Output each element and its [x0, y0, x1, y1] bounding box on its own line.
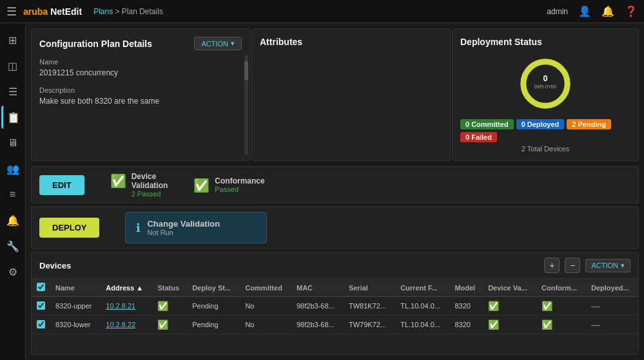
- conformance-label: Conformance: [215, 176, 264, 185]
- cell-serial: TW81K72...: [344, 297, 395, 316]
- deployment-panel-header: Deployment Status: [460, 37, 630, 47]
- cell-device-validation: ✅: [483, 297, 536, 316]
- cell-deploy-status: Pending: [187, 316, 240, 334]
- cell-address[interactable]: 10.2.8.22: [101, 316, 152, 334]
- sidebar-item-plans[interactable]: 📋: [1, 106, 24, 129]
- breadcrumb-plans[interactable]: Plans: [93, 7, 113, 16]
- col-status: Status: [152, 279, 187, 297]
- sidebar-item-settings[interactable]: ⚙: [1, 260, 24, 283]
- col-committed: Committed: [240, 279, 291, 297]
- breadcrumb-sep: >: [115, 7, 122, 16]
- config-plan-panel: Configuration Plan Details ACTION ▾ Name…: [31, 28, 250, 161]
- sidebar-item-topology[interactable]: ◫: [1, 54, 24, 77]
- help-icon[interactable]: ❓: [625, 5, 638, 17]
- description-label: Description: [39, 86, 242, 94]
- hamburger-icon[interactable]: ☰: [6, 5, 17, 19]
- main-layout: ⊞ ◫ ☰ 📋 🖥 👥 ≡ 🔔 🔧 ⚙ Configuration Plan D…: [0, 23, 644, 360]
- sidebar-item-logs[interactable]: ≡: [1, 183, 24, 206]
- devices-header: Devices + − ACTION ▾: [32, 252, 638, 279]
- name-value: 20191215 concurrency: [39, 68, 242, 77]
- status-check-icon: ✅: [157, 319, 168, 330]
- cell-committed: No: [240, 316, 291, 334]
- cell-mac: 98f2b3-68...: [291, 297, 344, 316]
- bell-icon[interactable]: 🔔: [601, 5, 614, 17]
- total-devices: 2 Total Devices: [460, 145, 630, 153]
- cell-address[interactable]: 10.2.8.21: [101, 297, 152, 316]
- admin-label: admin: [547, 7, 568, 16]
- conformance-check-icon-row: ✅: [542, 301, 552, 311]
- remove-device-button[interactable]: −: [565, 258, 580, 273]
- sidebar-item-devices[interactable]: 🖥: [1, 131, 24, 155]
- topbar: ☰ aruba NetEdit Plans > Plan Details adm…: [0, 0, 644, 23]
- action-row: EDIT ✅ Device Validation 2 Passed ✅ Conf…: [31, 166, 639, 204]
- table-row: 8320-lower 10.2.8.22 ✅ Pending No 98f2b3…: [32, 316, 638, 334]
- row-checkbox-cell: [32, 316, 50, 334]
- logo: aruba NetEdit: [23, 6, 82, 17]
- device-validation-check-icon: ✅: [110, 173, 126, 189]
- sidebar-item-list[interactable]: ☰: [1, 80, 24, 103]
- conformance-sub: Passed: [215, 185, 264, 193]
- col-current-firmware: Current F...: [395, 279, 449, 297]
- badge-committed[interactable]: 0 Committed: [460, 119, 514, 129]
- cell-deployed: ----: [586, 297, 638, 316]
- sidebar-item-tools[interactable]: 🔧: [1, 234, 24, 258]
- deployment-panel-title: Deployment Status: [460, 37, 542, 47]
- logo-aruba: aruba: [23, 6, 48, 17]
- deployment-panel: Deployment Status 0 DEPLOYED 0 Committed: [452, 28, 639, 161]
- badge-pending[interactable]: 2 Pending: [567, 119, 611, 129]
- config-panel-header: Configuration Plan Details ACTION ▾: [39, 37, 242, 50]
- deploy-button[interactable]: DEPLOY: [39, 218, 99, 238]
- devices-action-button[interactable]: ACTION ▾: [585, 259, 630, 272]
- edit-button[interactable]: EDIT: [39, 175, 84, 195]
- col-name[interactable]: Name: [50, 279, 101, 297]
- cell-name: 8320-upper: [50, 297, 101, 316]
- info-icon: ℹ: [136, 221, 141, 235]
- deploy-row: DEPLOY ℹ Change Validation Not Run: [31, 206, 639, 249]
- user-icon[interactable]: 👤: [578, 5, 591, 17]
- sidebar-item-dashboard[interactable]: ⊞: [1, 28, 24, 52]
- cell-deploy-status: Pending: [187, 297, 240, 316]
- name-label: Name: [39, 58, 242, 66]
- change-validation-box: ℹ Change Validation Not Run: [125, 212, 267, 243]
- change-validation-sub: Not Run: [147, 229, 220, 236]
- cell-conformance: ✅: [536, 316, 586, 334]
- col-address[interactable]: Address ▲: [101, 279, 152, 297]
- description-value: Make sure both 8320 are the same: [39, 97, 242, 106]
- breadcrumb-current: Plan Details: [122, 7, 163, 16]
- config-panel-title: Configuration Plan Details: [39, 39, 152, 49]
- change-validation-label: Change Validation: [147, 219, 220, 229]
- badge-deployed[interactable]: 0 Deployed: [516, 119, 565, 129]
- sidebar-item-users[interactable]: 👥: [1, 157, 24, 180]
- col-serial: Serial: [344, 279, 395, 297]
- cell-firmware: TL.10.04.0...: [395, 297, 449, 316]
- sidebar: ⊞ ◫ ☰ 📋 🖥 👥 ≡ 🔔 🔧 ⚙: [0, 23, 26, 360]
- topbar-right: admin 👤 🔔 ❓: [547, 5, 638, 17]
- attributes-panel-header: Attributes: [260, 37, 442, 47]
- config-action-button[interactable]: ACTION ▾: [194, 37, 242, 50]
- col-deployed: Deployed...: [586, 279, 638, 297]
- donut-svg: 0 DEPLOYED: [516, 55, 574, 113]
- sidebar-item-notifications[interactable]: 🔔: [1, 209, 24, 232]
- cell-status: ✅: [152, 316, 187, 334]
- table-row: 8320-upper 10.2.8.21 ✅ Pending No 98f2b3…: [32, 297, 638, 316]
- logo-netedit: NetEdit: [50, 6, 82, 17]
- devices-title: Devices: [39, 261, 539, 270]
- badge-failed[interactable]: 0 Failed: [460, 132, 497, 142]
- devices-section: Devices + − ACTION ▾ Name: [31, 252, 639, 355]
- row-checkbox-0[interactable]: [37, 301, 45, 310]
- scrollbar-track[interactable]: [244, 55, 248, 155]
- cell-committed: No: [240, 297, 291, 316]
- select-all-checkbox[interactable]: [37, 283, 45, 291]
- conformance-check-icon: ✅: [193, 178, 210, 193]
- cell-name: 8320-lower: [50, 316, 101, 334]
- content: Configuration Plan Details ACTION ▾ Name…: [26, 23, 644, 360]
- device-val-check-icon: ✅: [488, 319, 499, 330]
- svg-text:0: 0: [543, 74, 547, 83]
- cell-model: 8320: [449, 316, 483, 334]
- attributes-panel-title: Attributes: [260, 37, 302, 47]
- col-model: Model: [449, 279, 483, 297]
- panels-row: Configuration Plan Details ACTION ▾ Name…: [26, 23, 644, 166]
- add-device-button[interactable]: +: [544, 258, 560, 273]
- row-checkbox-1[interactable]: [37, 320, 45, 328]
- col-deploy-status: Deploy St...: [187, 279, 240, 297]
